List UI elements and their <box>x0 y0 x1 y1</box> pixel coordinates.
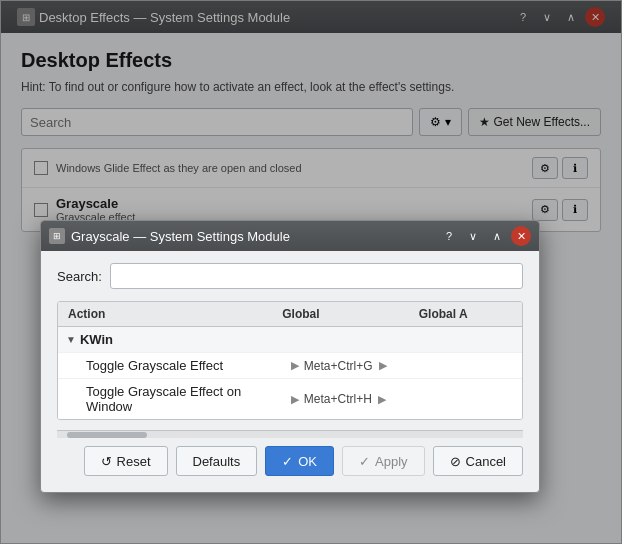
shortcut-table: Action Global Global A ▼ KWin Toggle Gra… <box>57 301 523 420</box>
modal-window: ⊞ Grayscale — System Settings Module ? ∨… <box>40 220 540 493</box>
group-label-kwin: KWin <box>80 332 113 347</box>
edit-icon-1: ▶ <box>378 393 386 406</box>
table-rows-container: Toggle Grayscale Effect ▶ Meta+Ctrl+G ▶ … <box>58 352 522 419</box>
modal-controls: ? ∨ ∧ ✕ <box>439 226 531 246</box>
row-global-1: ▶ Meta+Ctrl+H ▶ <box>291 392 414 406</box>
scrollbar-thumb[interactable] <box>67 432 147 438</box>
cancel-icon: ⊘ <box>450 454 461 469</box>
col-header-global: Global <box>272 302 409 326</box>
col-header-action: Action <box>58 302 272 326</box>
modal-content: Search: Action Global Global A ▼ KWin To… <box>41 251 539 492</box>
reset-icon: ↺ <box>101 454 112 469</box>
modal-app-icon: ⊞ <box>49 228 65 244</box>
cancel-button[interactable]: ⊘ Cancel <box>433 446 523 476</box>
modal-close-button[interactable]: ✕ <box>511 226 531 246</box>
table-row-1[interactable]: Toggle Grayscale Effect on Window ▶ Meta… <box>58 378 522 419</box>
apply-icon: ✓ <box>359 454 370 469</box>
modal-maximize-button[interactable]: ∧ <box>487 226 507 246</box>
modal-titlebar-left: ⊞ Grayscale — System Settings Module <box>49 228 290 244</box>
row-global-0: ▶ Meta+Ctrl+G ▶ <box>291 359 414 373</box>
ok-icon: ✓ <box>282 454 293 469</box>
ok-button[interactable]: ✓ OK <box>265 446 334 476</box>
table-body: ▼ KWin Toggle Grayscale Effect ▶ Meta+Ct… <box>58 327 522 419</box>
reset-button[interactable]: ↺ Reset <box>84 446 168 476</box>
row-action-0: Toggle Grayscale Effect <box>86 358 291 373</box>
col-header-global-alt: Global A <box>409 302 522 326</box>
edit-icon-0: ▶ <box>379 359 387 372</box>
arrow-icon-1: ▶ <box>291 393 299 406</box>
modal-search-row: Search: <box>57 263 523 289</box>
modal-minimize-button[interactable]: ∨ <box>463 226 483 246</box>
arrow-icon-0: ▶ <box>291 359 299 372</box>
horizontal-scrollbar[interactable] <box>57 430 523 438</box>
modal-buttons: ↺ Reset Defaults ✓ OK ✓ Apply ⊘ Cancel <box>57 438 523 480</box>
modal-search-input[interactable] <box>110 263 523 289</box>
table-header: Action Global Global A <box>58 302 522 327</box>
modal-titlebar: ⊞ Grayscale — System Settings Module ? ∨… <box>41 221 539 251</box>
modal-help-button[interactable]: ? <box>439 226 459 246</box>
defaults-button[interactable]: Defaults <box>176 446 258 476</box>
row-action-1: Toggle Grayscale Effect on Window <box>86 384 291 414</box>
modal-search-label: Search: <box>57 269 102 284</box>
modal-title: Grayscale — System Settings Module <box>71 229 290 244</box>
table-group-kwin[interactable]: ▼ KWin <box>58 327 522 352</box>
chevron-down-icon: ▼ <box>66 334 76 345</box>
table-row-0[interactable]: Toggle Grayscale Effect ▶ Meta+Ctrl+G ▶ <box>58 352 522 378</box>
apply-button[interactable]: ✓ Apply <box>342 446 425 476</box>
